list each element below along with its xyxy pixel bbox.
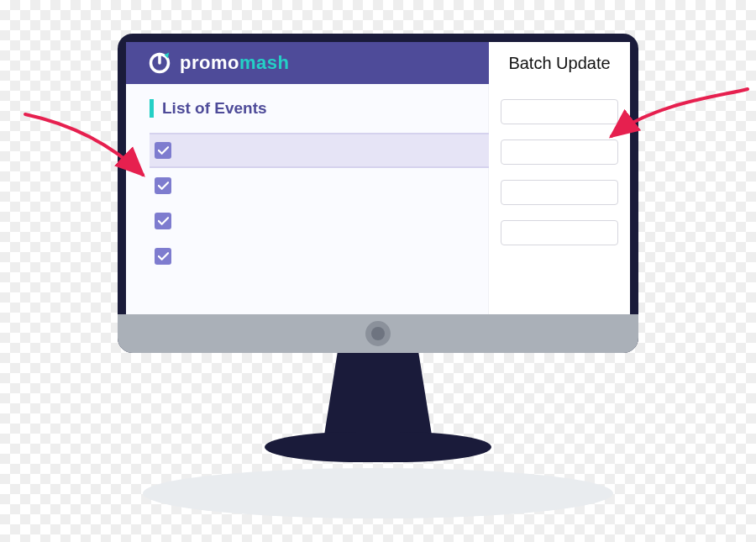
monitor-chin <box>118 314 638 353</box>
list-title-row: List of Events <box>150 99 489 118</box>
brand-part2: mash <box>239 52 289 73</box>
monitor-shadow <box>143 468 613 518</box>
list-item[interactable] <box>150 203 489 239</box>
annotation-arrow-left <box>17 109 151 213</box>
main-panel: List of Events <box>126 84 489 314</box>
app-header: promomash Batch Update <box>126 42 630 84</box>
promomash-logo-icon <box>148 51 171 75</box>
home-button-icon <box>365 321 391 346</box>
list-item[interactable] <box>150 133 489 168</box>
checkbox-icon[interactable] <box>155 142 171 159</box>
list-item[interactable] <box>150 239 489 274</box>
app-body: List of Events <box>126 84 630 314</box>
checkbox-icon[interactable] <box>155 248 171 265</box>
brand-part1: promo <box>180 52 239 73</box>
checkbox-icon[interactable] <box>155 213 171 229</box>
brand-wordmark: promomash <box>180 52 289 74</box>
annotation-arrow-right <box>605 84 756 188</box>
batch-field[interactable] <box>501 139 618 165</box>
batch-field[interactable] <box>501 220 618 245</box>
event-list <box>150 133 489 274</box>
screen: promomash Batch Update List of Events <box>126 42 630 314</box>
monitor-base <box>265 432 491 462</box>
list-item[interactable] <box>150 168 489 203</box>
panel-title: Batch Update <box>489 42 630 84</box>
list-title: List of Events <box>162 99 267 118</box>
header-brand-area: promomash <box>126 42 489 84</box>
batch-field[interactable] <box>501 180 618 205</box>
checkbox-icon[interactable] <box>155 177 171 194</box>
batch-field[interactable] <box>501 99 618 124</box>
monitor-bezel: promomash Batch Update List of Events <box>118 34 638 353</box>
